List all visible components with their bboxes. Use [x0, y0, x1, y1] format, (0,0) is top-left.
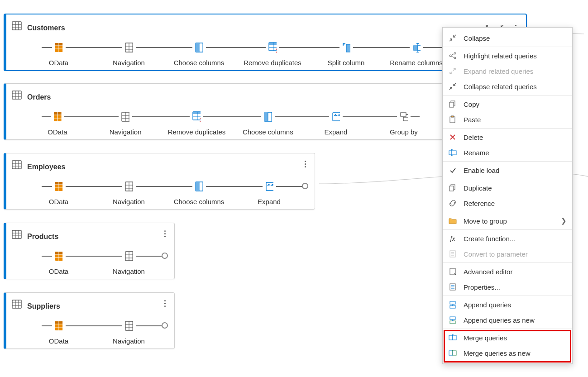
properties-icon	[447, 283, 458, 291]
copy-icon	[447, 100, 458, 108]
svg-rect-130	[450, 317, 455, 320]
end-node[interactable]	[162, 322, 168, 329]
menu-copy[interactable]: Copy	[443, 96, 572, 112]
step-remove-duplicates[interactable]: Remove duplicates	[159, 110, 234, 136]
fx-icon: fx	[447, 235, 458, 243]
svg-rect-72	[196, 182, 199, 191]
menu-duplicate[interactable]: Duplicate	[443, 180, 572, 196]
diagram-canvas[interactable]: Customers OData	[0, 0, 588, 377]
svg-rect-112	[449, 102, 454, 107]
step-navigation[interactable]: Navigation	[91, 110, 159, 136]
more-icon[interactable]	[299, 157, 311, 171]
paste-icon	[447, 115, 458, 124]
step-expand[interactable]: Expand	[234, 180, 304, 205]
menu-highlight-related[interactable]: Highlight related queries	[443, 48, 572, 63]
svg-rect-76	[12, 230, 21, 239]
append-icon	[447, 300, 458, 309]
step-expand[interactable]: Expand	[302, 110, 370, 136]
query-card-customers[interactable]: Customers OData	[4, 14, 527, 71]
query-card-orders[interactable]: Orders OData Navigation Remove duplicate…	[4, 83, 443, 140]
table-icon	[122, 41, 136, 54]
svg-rect-129	[450, 305, 455, 308]
step-choose-columns[interactable]: Choose columns	[234, 110, 302, 136]
choose-columns-icon	[192, 180, 206, 193]
end-node[interactable]	[162, 253, 168, 259]
odata-icon	[52, 41, 66, 54]
svg-rect-115	[449, 151, 456, 155]
query-card-employees[interactable]: Employees OData Navigation Choose column…	[4, 153, 315, 210]
menu-delete[interactable]: Delete	[443, 129, 572, 145]
more-icon[interactable]	[159, 296, 171, 310]
card-title: Orders	[27, 93, 51, 101]
menu-create-function[interactable]: fx Create function...	[443, 231, 572, 246]
duplicate-icon	[447, 184, 458, 192]
step-odata[interactable]: OData	[24, 249, 94, 275]
query-card-products[interactable]: Products OData Navigation	[4, 223, 175, 279]
step-odata[interactable]: OData	[24, 110, 91, 136]
step-odata[interactable]: OData	[24, 41, 94, 67]
choose-columns-icon	[192, 41, 206, 54]
svg-rect-49	[264, 112, 268, 121]
menu-reference[interactable]: Reference	[443, 196, 572, 211]
table-icon	[10, 19, 24, 33]
svg-rect-134	[449, 351, 453, 355]
svg-rect-45	[193, 112, 201, 114]
step-group-by[interactable]: Group by	[370, 110, 438, 136]
step-split-column[interactable]: Split column	[311, 41, 381, 67]
menu-append-queries-new[interactable]: Append queries as new	[443, 312, 572, 328]
svg-rect-55	[12, 161, 21, 169]
collapse-in-icon	[447, 82, 458, 91]
svg-rect-53	[401, 113, 406, 116]
card-title: Customers	[27, 24, 65, 32]
svg-rect-21	[269, 43, 277, 45]
more-icon[interactable]	[159, 227, 171, 240]
step-navigation[interactable]: Navigation	[94, 319, 164, 345]
svg-rect-131	[450, 321, 455, 324]
editor-icon	[447, 267, 458, 276]
query-card-suppliers[interactable]: Suppliers OData Navigation	[4, 292, 175, 349]
menu-convert-to-parameter: Convert to parameter	[443, 246, 572, 262]
step-navigation[interactable]: Navigation	[94, 41, 164, 67]
step-odata[interactable]: OData	[24, 180, 94, 205]
step-choose-columns[interactable]: Choose columns	[164, 41, 234, 67]
menu-enable-load[interactable]: Enable load	[443, 162, 572, 178]
menu-collapse-related[interactable]: Collapse related queries	[443, 79, 572, 94]
parameter-icon	[447, 250, 458, 258]
table-icon	[10, 158, 24, 172]
odata-icon	[51, 110, 64, 124]
step-remove-duplicates[interactable]: Remove duplicates	[234, 41, 311, 67]
menu-collapse[interactable]: Collapse	[443, 30, 572, 46]
rename-icon	[447, 149, 458, 156]
svg-rect-92	[12, 300, 21, 308]
delete-icon	[447, 134, 458, 141]
table-icon	[10, 297, 24, 311]
step-rename-columns[interactable]: Rename columns	[381, 41, 451, 67]
step-odata[interactable]: OData	[24, 319, 94, 345]
menu-move-to-group[interactable]: Move to group ❯	[443, 213, 572, 229]
end-node[interactable]	[302, 183, 308, 189]
svg-rect-28	[12, 91, 21, 99]
odata-icon	[52, 249, 66, 263]
table-icon	[10, 88, 24, 102]
card-title: Products	[27, 233, 58, 241]
menu-paste[interactable]: Paste	[443, 112, 572, 127]
menu-merge-queries-new[interactable]: Merge queries as new	[443, 345, 572, 361]
table-icon	[122, 180, 136, 193]
menu-properties[interactable]: Properties...	[443, 279, 572, 295]
chevron-right-icon: ❯	[561, 217, 567, 225]
svg-rect-133	[453, 335, 456, 340]
merge-new-icon	[447, 349, 458, 357]
expand-step-icon	[329, 110, 343, 124]
step-navigation[interactable]: Navigation	[94, 249, 164, 275]
step-choose-columns[interactable]: Choose columns	[164, 180, 234, 205]
menu-rename[interactable]: Rename	[443, 145, 572, 160]
menu-advanced-editor[interactable]: Advanced editor	[443, 264, 572, 279]
reference-icon	[447, 199, 458, 207]
table-icon	[119, 110, 132, 124]
svg-rect-26	[414, 45, 418, 51]
step-navigation[interactable]: Navigation	[94, 180, 164, 205]
check-icon	[447, 167, 458, 174]
menu-merge-queries[interactable]: Merge queries	[443, 330, 572, 345]
menu-append-queries[interactable]: Append queries	[443, 297, 572, 312]
split-column-icon	[339, 41, 353, 54]
